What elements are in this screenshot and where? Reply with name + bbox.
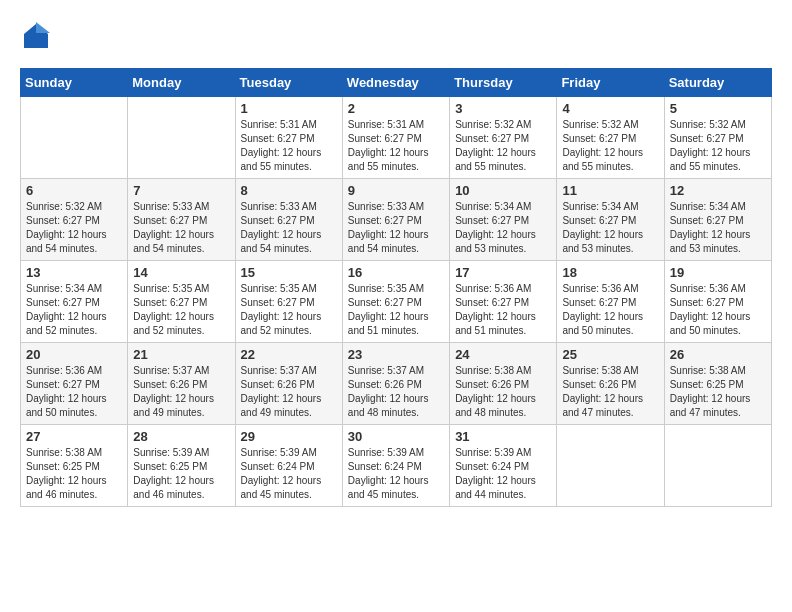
cell-detail: Sunrise: 5:38 AM Sunset: 6:25 PM Dayligh…: [670, 364, 766, 420]
calendar-cell: 13Sunrise: 5:34 AM Sunset: 6:27 PM Dayli…: [21, 261, 128, 343]
calendar-cell: 10Sunrise: 5:34 AM Sunset: 6:27 PM Dayli…: [450, 179, 557, 261]
calendar-week-row: 1Sunrise: 5:31 AM Sunset: 6:27 PM Daylig…: [21, 97, 772, 179]
calendar-cell: 6Sunrise: 5:32 AM Sunset: 6:27 PM Daylig…: [21, 179, 128, 261]
day-number: 11: [562, 183, 658, 198]
day-number: 3: [455, 101, 551, 116]
calendar-cell: [557, 425, 664, 507]
cell-detail: Sunrise: 5:37 AM Sunset: 6:26 PM Dayligh…: [241, 364, 337, 420]
calendar-table: SundayMondayTuesdayWednesdayThursdayFrid…: [20, 68, 772, 507]
calendar-cell: 26Sunrise: 5:38 AM Sunset: 6:25 PM Dayli…: [664, 343, 771, 425]
cell-detail: Sunrise: 5:32 AM Sunset: 6:27 PM Dayligh…: [26, 200, 122, 256]
calendar-cell: 27Sunrise: 5:38 AM Sunset: 6:25 PM Dayli…: [21, 425, 128, 507]
cell-detail: Sunrise: 5:33 AM Sunset: 6:27 PM Dayligh…: [241, 200, 337, 256]
calendar-cell: 9Sunrise: 5:33 AM Sunset: 6:27 PM Daylig…: [342, 179, 449, 261]
day-number: 29: [241, 429, 337, 444]
day-number: 8: [241, 183, 337, 198]
day-number: 24: [455, 347, 551, 362]
weekday-header-row: SundayMondayTuesdayWednesdayThursdayFrid…: [21, 69, 772, 97]
calendar-cell: 11Sunrise: 5:34 AM Sunset: 6:27 PM Dayli…: [557, 179, 664, 261]
calendar-cell: 5Sunrise: 5:32 AM Sunset: 6:27 PM Daylig…: [664, 97, 771, 179]
calendar-cell: 30Sunrise: 5:39 AM Sunset: 6:24 PM Dayli…: [342, 425, 449, 507]
calendar-week-row: 13Sunrise: 5:34 AM Sunset: 6:27 PM Dayli…: [21, 261, 772, 343]
day-number: 25: [562, 347, 658, 362]
calendar-cell: 20Sunrise: 5:36 AM Sunset: 6:27 PM Dayli…: [21, 343, 128, 425]
cell-detail: Sunrise: 5:35 AM Sunset: 6:27 PM Dayligh…: [133, 282, 229, 338]
calendar-cell: 14Sunrise: 5:35 AM Sunset: 6:27 PM Dayli…: [128, 261, 235, 343]
day-number: 23: [348, 347, 444, 362]
day-number: 30: [348, 429, 444, 444]
day-number: 9: [348, 183, 444, 198]
day-number: 28: [133, 429, 229, 444]
cell-detail: Sunrise: 5:35 AM Sunset: 6:27 PM Dayligh…: [241, 282, 337, 338]
cell-detail: Sunrise: 5:38 AM Sunset: 6:26 PM Dayligh…: [455, 364, 551, 420]
day-number: 7: [133, 183, 229, 198]
calendar-cell: 3Sunrise: 5:32 AM Sunset: 6:27 PM Daylig…: [450, 97, 557, 179]
weekday-header-friday: Friday: [557, 69, 664, 97]
day-number: 2: [348, 101, 444, 116]
day-number: 15: [241, 265, 337, 280]
calendar-cell: 8Sunrise: 5:33 AM Sunset: 6:27 PM Daylig…: [235, 179, 342, 261]
weekday-header-wednesday: Wednesday: [342, 69, 449, 97]
cell-detail: Sunrise: 5:36 AM Sunset: 6:27 PM Dayligh…: [670, 282, 766, 338]
cell-detail: Sunrise: 5:36 AM Sunset: 6:27 PM Dayligh…: [26, 364, 122, 420]
calendar-week-row: 27Sunrise: 5:38 AM Sunset: 6:25 PM Dayli…: [21, 425, 772, 507]
calendar-cell: [664, 425, 771, 507]
calendar-cell: 31Sunrise: 5:39 AM Sunset: 6:24 PM Dayli…: [450, 425, 557, 507]
cell-detail: Sunrise: 5:34 AM Sunset: 6:27 PM Dayligh…: [455, 200, 551, 256]
calendar-cell: 25Sunrise: 5:38 AM Sunset: 6:26 PM Dayli…: [557, 343, 664, 425]
calendar-cell: 29Sunrise: 5:39 AM Sunset: 6:24 PM Dayli…: [235, 425, 342, 507]
cell-detail: Sunrise: 5:32 AM Sunset: 6:27 PM Dayligh…: [562, 118, 658, 174]
day-number: 26: [670, 347, 766, 362]
cell-detail: Sunrise: 5:38 AM Sunset: 6:25 PM Dayligh…: [26, 446, 122, 502]
day-number: 5: [670, 101, 766, 116]
page-header: [20, 20, 772, 52]
cell-detail: Sunrise: 5:34 AM Sunset: 6:27 PM Dayligh…: [26, 282, 122, 338]
calendar-cell: 18Sunrise: 5:36 AM Sunset: 6:27 PM Dayli…: [557, 261, 664, 343]
weekday-header-monday: Monday: [128, 69, 235, 97]
calendar-cell: 17Sunrise: 5:36 AM Sunset: 6:27 PM Dayli…: [450, 261, 557, 343]
calendar-cell: 2Sunrise: 5:31 AM Sunset: 6:27 PM Daylig…: [342, 97, 449, 179]
calendar-cell: 7Sunrise: 5:33 AM Sunset: 6:27 PM Daylig…: [128, 179, 235, 261]
svg-marker-1: [36, 22, 50, 33]
calendar-cell: 16Sunrise: 5:35 AM Sunset: 6:27 PM Dayli…: [342, 261, 449, 343]
day-number: 27: [26, 429, 122, 444]
calendar-cell: 28Sunrise: 5:39 AM Sunset: 6:25 PM Dayli…: [128, 425, 235, 507]
cell-detail: Sunrise: 5:34 AM Sunset: 6:27 PM Dayligh…: [670, 200, 766, 256]
day-number: 21: [133, 347, 229, 362]
weekday-header-saturday: Saturday: [664, 69, 771, 97]
day-number: 6: [26, 183, 122, 198]
weekday-header-sunday: Sunday: [21, 69, 128, 97]
calendar-cell: 24Sunrise: 5:38 AM Sunset: 6:26 PM Dayli…: [450, 343, 557, 425]
calendar-cell: 21Sunrise: 5:37 AM Sunset: 6:26 PM Dayli…: [128, 343, 235, 425]
day-number: 17: [455, 265, 551, 280]
cell-detail: Sunrise: 5:39 AM Sunset: 6:24 PM Dayligh…: [348, 446, 444, 502]
cell-detail: Sunrise: 5:39 AM Sunset: 6:24 PM Dayligh…: [241, 446, 337, 502]
calendar-cell: 1Sunrise: 5:31 AM Sunset: 6:27 PM Daylig…: [235, 97, 342, 179]
weekday-header-thursday: Thursday: [450, 69, 557, 97]
logo-icon: [20, 20, 52, 52]
cell-detail: Sunrise: 5:38 AM Sunset: 6:26 PM Dayligh…: [562, 364, 658, 420]
logo: [20, 20, 56, 52]
calendar-body: 1Sunrise: 5:31 AM Sunset: 6:27 PM Daylig…: [21, 97, 772, 507]
day-number: 22: [241, 347, 337, 362]
day-number: 4: [562, 101, 658, 116]
day-number: 19: [670, 265, 766, 280]
cell-detail: Sunrise: 5:32 AM Sunset: 6:27 PM Dayligh…: [455, 118, 551, 174]
calendar-cell: 22Sunrise: 5:37 AM Sunset: 6:26 PM Dayli…: [235, 343, 342, 425]
cell-detail: Sunrise: 5:35 AM Sunset: 6:27 PM Dayligh…: [348, 282, 444, 338]
cell-detail: Sunrise: 5:33 AM Sunset: 6:27 PM Dayligh…: [133, 200, 229, 256]
calendar-cell: 15Sunrise: 5:35 AM Sunset: 6:27 PM Dayli…: [235, 261, 342, 343]
calendar-cell: [21, 97, 128, 179]
calendar-cell: 12Sunrise: 5:34 AM Sunset: 6:27 PM Dayli…: [664, 179, 771, 261]
day-number: 13: [26, 265, 122, 280]
weekday-header-tuesday: Tuesday: [235, 69, 342, 97]
day-number: 16: [348, 265, 444, 280]
calendar-cell: [128, 97, 235, 179]
cell-detail: Sunrise: 5:36 AM Sunset: 6:27 PM Dayligh…: [455, 282, 551, 338]
cell-detail: Sunrise: 5:34 AM Sunset: 6:27 PM Dayligh…: [562, 200, 658, 256]
day-number: 18: [562, 265, 658, 280]
calendar-cell: 23Sunrise: 5:37 AM Sunset: 6:26 PM Dayli…: [342, 343, 449, 425]
cell-detail: Sunrise: 5:39 AM Sunset: 6:24 PM Dayligh…: [455, 446, 551, 502]
cell-detail: Sunrise: 5:37 AM Sunset: 6:26 PM Dayligh…: [133, 364, 229, 420]
day-number: 1: [241, 101, 337, 116]
